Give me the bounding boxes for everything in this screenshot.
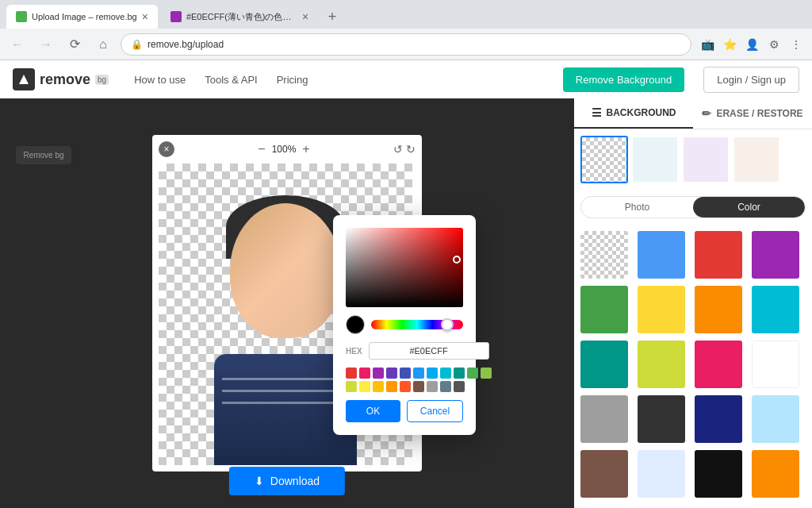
nav-tools-api[interactable]: Tools & API (205, 74, 257, 86)
color-thumb-yellow[interactable] (638, 286, 685, 333)
hex-input[interactable] (369, 342, 489, 360)
reload-button[interactable]: ⟳ (63, 33, 86, 56)
preset-cyan[interactable] (440, 368, 451, 379)
preset-amber[interactable] (373, 381, 384, 392)
zoom-value: 100% (272, 144, 297, 155)
back-button[interactable]: ← (6, 33, 29, 56)
color-thumb-purple[interactable] (752, 231, 799, 279)
preset-purple[interactable] (373, 368, 384, 379)
tab2-title: #E0ECFF(薄い青色)の色見本と彩... (186, 11, 297, 23)
thumb-2[interactable] (631, 136, 679, 183)
thumb-4[interactable] (733, 136, 780, 183)
lock-icon: 🔒 (131, 39, 143, 50)
preset-deeporange[interactable] (400, 381, 411, 392)
cast-icon[interactable]: 📺 (698, 35, 717, 54)
cancel-button[interactable]: Cancel (407, 400, 463, 422)
url-bar[interactable]: 🔒 remove.bg/upload (121, 33, 691, 56)
color-tab[interactable]: Color (693, 197, 805, 217)
tab1-close[interactable]: × (142, 11, 148, 22)
color-thumb-orange[interactable] (695, 286, 742, 333)
preset-brown[interactable] (413, 381, 424, 392)
thumbnails-row (574, 129, 812, 190)
color-thumb-cyan[interactable] (752, 286, 799, 333)
forward-button[interactable]: → (35, 33, 57, 56)
tab2-favicon (170, 11, 182, 22)
close-button[interactable]: × (159, 141, 174, 157)
color-thumb-lime[interactable] (638, 341, 685, 388)
preset-red[interactable] (346, 368, 357, 379)
thumb-3[interactable] (682, 136, 730, 183)
preset-yellow[interactable] (359, 381, 370, 392)
color-thumb-pink[interactable] (695, 341, 742, 388)
color-thumb-green[interactable] (580, 286, 628, 333)
color-tab-label: Color (737, 202, 760, 213)
preset-gray[interactable] (427, 381, 438, 392)
preset-blue[interactable] (413, 368, 424, 379)
download-button[interactable]: ⬇ Download (229, 467, 345, 495)
preset-indigo[interactable] (400, 368, 411, 379)
erase-icon: ✏ (702, 107, 711, 120)
color-thumb-teal[interactable] (580, 341, 628, 388)
editor-top-bar: × − 100% + ↺ ↻ (159, 141, 416, 157)
color-thumb-orange2[interactable] (752, 450, 799, 498)
profile-icon[interactable]: 👤 (742, 35, 761, 54)
bookmark-icon[interactable]: ⭐ (720, 35, 739, 54)
tab-erase-restore[interactable]: ✏ ERASE / RESTORE (693, 98, 812, 129)
nav-pricing[interactable]: Pricing (277, 74, 308, 86)
remove-bg-button[interactable]: Remove Background (563, 67, 684, 92)
preset-row-2 (346, 381, 463, 392)
color-dark-overlay (346, 228, 463, 307)
preset-orange[interactable] (386, 381, 397, 392)
download-icon: ⬇ (255, 475, 264, 487)
nav-how-to-use[interactable]: How to use (134, 74, 186, 86)
settings-icon[interactable]: ⚙ (764, 35, 783, 54)
hex-label: HEX (346, 347, 362, 356)
preset-pink[interactable] (359, 368, 370, 379)
preset-lightgreen[interactable] (481, 368, 492, 379)
browser-actions: 📺 ⭐ 👤 ⚙ ⋮ (698, 35, 806, 54)
preset-teal[interactable] (454, 368, 465, 379)
color-thumb-red[interactable] (695, 231, 742, 279)
zoom-in-button[interactable]: + (302, 142, 309, 156)
zoom-out-button[interactable]: − (258, 142, 265, 156)
preset-green[interactable] (467, 368, 478, 379)
color-thumb-gray[interactable] (580, 395, 628, 443)
preset-lightblue[interactable] (427, 368, 438, 379)
tab-2[interactable]: #E0ECFF(薄い青色)の色見本と彩... × (161, 5, 318, 29)
tab-1[interactable]: Upload Image – remove.bg × (6, 5, 158, 29)
color-thumb-lightblue[interactable] (752, 395, 799, 443)
color-thumb-navy[interactable] (695, 395, 742, 443)
login-button[interactable]: Login / Sign up (703, 67, 799, 93)
color-thumb-custom[interactable] (638, 450, 685, 498)
tab1-title: Upload Image – remove.bg (32, 12, 137, 21)
color-gradient-canvas[interactable] (346, 228, 463, 307)
photo-tab[interactable]: Photo (581, 197, 693, 217)
tab2-close[interactable]: × (302, 11, 308, 22)
hint-label: Remove bg (23, 151, 63, 160)
preset-deepurple[interactable] (386, 368, 397, 379)
color-thumb-blue[interactable] (638, 231, 685, 279)
svg-marker-0 (19, 75, 29, 84)
color-thumb-black[interactable] (695, 450, 742, 498)
ok-button[interactable]: OK (346, 400, 400, 422)
left-hint: Remove bg (16, 146, 71, 164)
tab1-favicon (16, 11, 27, 22)
thumb-1[interactable] (580, 136, 628, 183)
hue-slider[interactable] (371, 320, 463, 329)
preset-lime[interactable] (346, 381, 357, 392)
color-cursor (453, 256, 461, 264)
color-thumb-white[interactable] (752, 341, 799, 388)
undo-button[interactable]: ↺ (393, 143, 403, 156)
redo-button[interactable]: ↻ (406, 143, 416, 156)
preset-darkgray[interactable] (454, 381, 465, 392)
photo-color-tabs: Photo Color (580, 196, 806, 218)
color-thumb-dark[interactable] (638, 395, 685, 443)
color-thumb-brown[interactable] (580, 450, 628, 498)
home-button[interactable]: ⌂ (92, 33, 114, 56)
color-thumb-transparent[interactable] (580, 231, 628, 279)
new-tab-button[interactable]: + (321, 6, 343, 28)
menu-icon[interactable]: ⋮ (787, 35, 806, 54)
erase-label: ERASE / RESTORE (716, 108, 802, 119)
tab-background[interactable]: ☰ BACKGROUND (574, 98, 693, 129)
preset-bluegray[interactable] (440, 381, 451, 392)
